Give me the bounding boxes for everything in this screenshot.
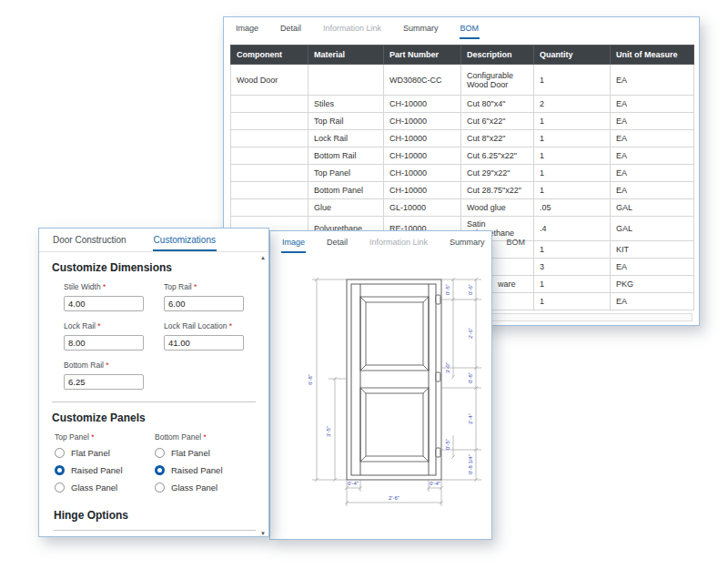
radio-label: Flat Panel	[71, 448, 110, 458]
section-customize-dimensions: Customize Dimensions Stile Width Top Rai…	[52, 261, 256, 390]
bom-table-header-row: ComponentMaterialPart NumberDescriptionQ…	[231, 46, 694, 65]
table-cell	[231, 96, 308, 113]
dimension-label: 2'-6"	[389, 495, 399, 501]
table-cell: Cut 8"x22"	[461, 130, 534, 147]
table-cell: EA	[611, 165, 694, 182]
tab-information-link[interactable]: Information Link	[322, 19, 382, 39]
image-panel: ImageDetailInformation LinkSummaryBOM	[269, 230, 492, 540]
column-header: Component	[231, 46, 308, 65]
scroll-down-icon[interactable]	[260, 531, 266, 536]
radio-icon[interactable]	[55, 483, 65, 493]
section-title: Customize Panels	[52, 412, 256, 424]
table-cell: Cut 80"x4"	[461, 96, 534, 113]
table-cell: .05	[534, 199, 611, 217]
radio-label: Glass Panel	[71, 483, 117, 493]
table-cell: WD3080C-CC	[384, 65, 461, 96]
table-cell: 1	[534, 147, 611, 165]
radio-icon[interactable]	[155, 483, 165, 493]
table-row: Wood DoorWD3080C-CCConfigurable Wood Doo…	[231, 65, 694, 96]
table-cell: 1	[534, 165, 611, 182]
tab-detail[interactable]: Detail	[326, 233, 349, 253]
radio-label: Raised Panel	[71, 465, 123, 475]
table-cell	[231, 199, 308, 217]
dimension-label: 0'-5"	[445, 284, 450, 295]
radio-flat-panel[interactable]: Flat Panel	[55, 448, 155, 458]
tab-summary[interactable]: Summary	[402, 19, 440, 39]
table-cell: 1	[534, 130, 611, 147]
door-outline	[347, 279, 441, 480]
table-row: Bottom PanelCH-10000Cut 28.75"x22"1EA	[231, 182, 694, 199]
radio-icon[interactable]	[155, 448, 165, 458]
table-cell: Top Rail	[308, 113, 384, 130]
tab-information-link[interactable]: Information Link	[369, 233, 429, 253]
table-cell: 2	[534, 96, 611, 113]
table-row: Lock RailCH-10000Cut 8"x22"1EA	[231, 130, 694, 147]
field-label: Top Rail	[164, 282, 256, 291]
table-cell: Top Panel	[308, 165, 384, 182]
tab-image[interactable]: Image	[281, 233, 306, 253]
dimension-label: 2'-4"	[468, 413, 473, 424]
scroll-up-icon[interactable]	[260, 255, 266, 260]
table-row: Bottom RailCH-10000Cut 6.25"x22"1EA	[231, 147, 694, 165]
table-cell: EA	[611, 113, 694, 130]
table-cell: .4	[534, 217, 611, 241]
stile-width-input[interactable]	[64, 296, 144, 311]
table-row: Top RailCH-10000Cut 6"x22"1EA	[231, 113, 694, 130]
tab-image[interactable]: Image	[235, 19, 259, 39]
table-cell: Glue	[308, 199, 384, 217]
table-cell: GAL	[611, 199, 694, 217]
section-title: Customize Dimensions	[52, 261, 256, 274]
table-cell: GAL	[611, 217, 694, 241]
table-cell: Wood Door	[231, 65, 308, 96]
dimension-label: 0'-5"	[445, 439, 450, 450]
section-title: Hinge Options	[54, 509, 256, 522]
section-divider	[52, 401, 256, 402]
dimension-lines	[312, 278, 481, 506]
door-panels	[360, 297, 429, 462]
radio-raised-panel[interactable]: Raised Panel	[55, 465, 155, 475]
radio-selected-icon[interactable]	[155, 465, 165, 475]
table-cell	[231, 165, 308, 182]
tab-customizations[interactable]: Customizations	[153, 230, 217, 251]
table-cell: EA	[611, 259, 694, 276]
tab-summary[interactable]: Summary	[449, 233, 486, 253]
radio-flat-panel[interactable]: Flat Panel	[155, 448, 256, 458]
table-cell: 1	[534, 182, 611, 199]
radio-glass-panel[interactable]: Glass Panel	[55, 483, 155, 493]
bottom-rail-input[interactable]	[64, 374, 144, 390]
tab-bom[interactable]: BOM	[460, 19, 480, 39]
table-cell: EA	[611, 96, 694, 113]
tab-detail[interactable]: Detail	[279, 19, 302, 39]
radio-label: Raised Panel	[171, 465, 223, 475]
table-cell: EA	[611, 182, 694, 199]
radio-selected-icon[interactable]	[55, 465, 65, 475]
radio-label: Glass Panel	[171, 483, 217, 493]
table-cell	[231, 147, 308, 165]
dimension-label: 6'-8"	[308, 374, 313, 385]
field-label: Lock Rail Location	[164, 321, 256, 330]
section-divider	[54, 530, 256, 531]
top-rail-input[interactable]	[164, 296, 244, 311]
table-cell: Bottom Panel	[308, 182, 384, 199]
tab-door-construction[interactable]: Door Construction	[52, 230, 127, 251]
dimension-label: 0'-8 1/4"	[468, 454, 473, 474]
lock-rail-input[interactable]	[64, 335, 144, 351]
dimension-label: 0'-8"	[468, 372, 473, 383]
field-label: Lock Rail	[64, 321, 164, 330]
dimension-label: 0'-4"	[430, 481, 440, 486]
table-cell: Cut 29"x22"	[461, 165, 534, 182]
radio-glass-panel[interactable]: Glass Panel	[155, 483, 256, 493]
lock-rail-location-input[interactable]	[164, 335, 244, 351]
table-cell: CH-10000	[384, 130, 461, 147]
door-drawing-svg: 6'-8" 3'-5" 0'-5" 3'-0" 0'-5" 0'-6" 2'-6…	[270, 253, 491, 537]
tab-bom[interactable]: BOM	[506, 233, 527, 253]
section-customize-panels: Customize Panels Top Panel Flat Panel Ra…	[52, 412, 256, 500]
table-cell: EA	[611, 130, 694, 147]
table-cell: Cut 28.75"x22"	[461, 182, 534, 199]
table-cell: CH-10000	[384, 96, 461, 113]
radio-raised-panel[interactable]: Raised Panel	[155, 465, 256, 475]
table-cell	[231, 130, 308, 147]
door-configurator-panel: Door ConstructionCustomizations Customiz…	[38, 228, 269, 537]
dimension-label: 0'-4"	[348, 481, 359, 486]
radio-icon[interactable]	[55, 448, 65, 458]
